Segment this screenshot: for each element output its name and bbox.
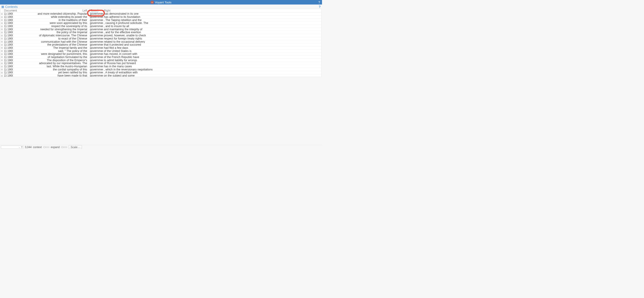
expand-icon[interactable]: ⊞ (1, 46, 3, 50)
context-label: context (33, 146, 42, 149)
expand-icon[interactable]: ⊞ (1, 74, 3, 77)
scale-button[interactable]: Scale ⌄ (69, 145, 82, 149)
cell-right-context: to admit liability for wrongs (103, 59, 321, 62)
cell-right-context: respect for foreign treaty rights (103, 37, 321, 40)
table-row[interactable]: ⊞1) 1900…of diplomatic intercourse. The … (1, 34, 321, 37)
table-row[interactable]: ⊞1) 1900…the protestations of the Chines… (1, 43, 321, 46)
expand-icon[interactable]: ⊞ (1, 62, 3, 65)
cell-term: government (88, 56, 103, 59)
table-row[interactable]: ⊞1) 1900…yet been ratified by thisgovern… (1, 71, 321, 74)
expand-icon[interactable]: ⊞ (1, 59, 3, 62)
cell-left-context: the protestations of the Chinese (13, 43, 88, 46)
term-column-header[interactable]: Term (88, 9, 103, 12)
table-row[interactable]: ⊞1) 1900…to exact of the Chinesegovernme… (1, 37, 321, 40)
cell-left-context: needed for strengthening the Imperial (13, 28, 88, 31)
cell-right-context: of the United States is (103, 50, 321, 52)
voyant-logo-icon: 🦉 (150, 1, 154, 4)
result-count: 3,044 (25, 146, 32, 149)
table-row[interactable]: ⊞1) 1900…of negotiation formulated by th… (1, 56, 321, 59)
expand-icon[interactable]: ⊞ (1, 25, 3, 28)
left-column-header[interactable]: Left (13, 9, 88, 12)
expand-icon[interactable]: ⊞ (1, 16, 3, 18)
table-row[interactable]: ⊞1) 1900…advocated by our representative… (1, 62, 321, 65)
cell-right-context: has moved, in concert with (103, 52, 321, 56)
term-header-highlight[interactable]: Term (90, 9, 98, 13)
cell-term: government (88, 65, 103, 68)
cell-document: 1) 1900… (3, 37, 13, 40)
cell-left-context: the cordial sympathy of this (13, 68, 88, 71)
table-body[interactable]: ⊞1) 1900…and more extended citizenship. … (1, 12, 321, 77)
cell-term: government (88, 43, 103, 46)
cell-right-context: on the subject and some (103, 74, 321, 77)
table-row[interactable]: ⊞1) 1900…last. While the Austro-Hungaria… (1, 65, 321, 68)
table-row[interactable]: ⊞1) 1900…were soon appreciated by thisgo… (1, 22, 321, 25)
cell-term: government (88, 16, 103, 18)
expand-icon[interactable]: ⊞ (1, 71, 3, 74)
expand-icon[interactable]: ⊞ (1, 18, 3, 22)
table-row[interactable]: ⊞1) 1900…communication had with the Chin… (1, 40, 321, 43)
expand-icon[interactable]: ⊞ (1, 34, 3, 37)
expand-icon[interactable]: ⊞ (1, 68, 3, 71)
cell-right-context: has demonstrated in its one (103, 12, 321, 15)
grid-icon: ▦ (1, 5, 4, 8)
cell-term: government (88, 34, 103, 37)
cell-term: government (88, 28, 103, 31)
expand-icon[interactable]: ⊞ (1, 40, 3, 43)
cell-term: government (88, 59, 103, 62)
document-column-header[interactable]: Document (3, 9, 13, 12)
cell-left-context: the policy of the Imperial (13, 31, 88, 34)
cell-left-context: last. While the Austro-Hungarian (13, 65, 88, 68)
cell-right-context: that it protected and succored (103, 43, 321, 46)
cell-right-context: and maintaining the integrity of (103, 28, 321, 31)
expand-icon[interactable]: ⊞ (1, 12, 3, 15)
context-slider[interactable] (43, 146, 50, 148)
search-input[interactable]: ⌄ ? (1, 146, 24, 149)
table-row[interactable]: ⊞1) 1900…while extending its power thego… (1, 16, 321, 19)
expand-icon[interactable]: ⊞ (1, 31, 3, 34)
cell-document: 1) 1900… (3, 59, 13, 62)
cell-document: 1) 1900… (3, 31, 13, 34)
cell-right-context: , and to insure by all (103, 25, 321, 28)
expand-icon[interactable]: ⊞ (1, 43, 3, 46)
cell-document: 1) 1900… (3, 22, 13, 24)
table-row[interactable]: ⊞1) 1900…said, " The policy of thegovern… (1, 50, 321, 52)
cell-left-context: respect the sovereignty of its (13, 25, 88, 28)
panel-help-icon[interactable]: ? (318, 5, 321, 8)
expand-icon[interactable]: ⊞ (1, 22, 3, 24)
table-row[interactable]: ⊞1) 1900…have been made to thatgovernmen… (1, 74, 321, 77)
search-help-icon[interactable]: ? (21, 146, 22, 148)
expand-icon[interactable]: ⊞ (1, 50, 3, 52)
table-row[interactable]: ⊞1) 1900…the cordial sympathy of thisgov… (1, 68, 321, 71)
table-row[interactable]: ⊞1) 1900…respect the sovereignty of itsg… (1, 25, 321, 28)
header-help-icon[interactable]: ? (318, 0, 320, 4)
table-row[interactable]: ⊞1) 1900…The disposition of the Emperor'… (1, 59, 321, 62)
expand-icon[interactable]: ⊞ (1, 52, 3, 56)
cell-term: government (88, 68, 103, 71)
chevron-down-icon[interactable]: ⌄ (18, 146, 20, 148)
table-row[interactable]: ⊞1) 1900…were designated for punishment,… (1, 52, 321, 56)
cell-left-context: were soon appreciated by this (13, 22, 88, 24)
table-row[interactable]: ⊞1) 1900…and more extended citizenship. … (1, 12, 321, 16)
cell-document: 1) 1900… (3, 62, 13, 65)
expand-icon[interactable]: ⊞ (1, 56, 3, 59)
cell-right-context: related to the occasional delivery (103, 40, 321, 43)
right-column-header[interactable]: Right (103, 9, 321, 12)
table-row[interactable]: ⊞1) 1900…in the traditions of theirgover… (1, 18, 321, 22)
cell-document: 1) 1900… (3, 65, 13, 68)
cell-left-context: while extending its power the (13, 16, 88, 18)
cell-document: 1) 1900… (3, 34, 13, 37)
table-row[interactable]: ⊞1) 1900…The Imperial family and thegove… (1, 46, 321, 50)
slider-thumb[interactable] (61, 146, 63, 148)
expand-icon[interactable]: ⊞ (1, 28, 3, 31)
panel-title[interactable]: Contexts (5, 5, 18, 8)
cell-term: government (88, 37, 103, 40)
table-row[interactable]: ⊞1) 1900…the policy of the Imperialgover… (1, 31, 321, 34)
cell-left-context: of diplomatic intercourse. The Chinese (13, 34, 88, 37)
expand-icon[interactable]: ⊞ (1, 65, 3, 68)
table-row[interactable]: ⊞1) 1900…needed for strengthening the Im… (1, 28, 321, 31)
slider-thumb[interactable] (43, 146, 45, 148)
expand-icon[interactable]: ⊞ (1, 37, 3, 40)
cell-left-context: to exact of the Chinese (13, 37, 88, 40)
expand-slider[interactable] (61, 146, 67, 148)
app-title: Voyant Tools (155, 1, 172, 4)
